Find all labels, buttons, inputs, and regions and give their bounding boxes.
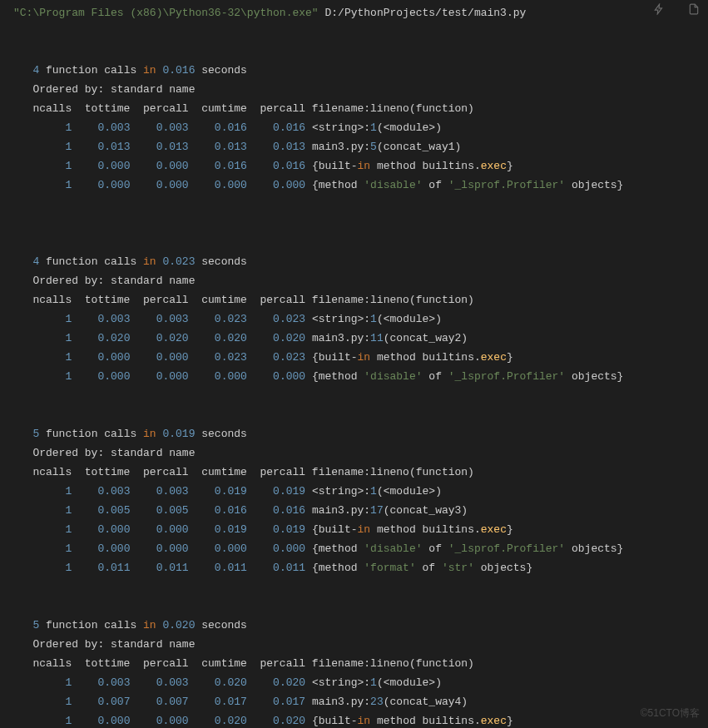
percall2-value: 0.013 bbox=[247, 141, 305, 153]
blank-line bbox=[0, 597, 708, 616]
ncalls-value: 1 bbox=[13, 523, 72, 536]
ncalls-value: 1 bbox=[13, 542, 72, 555]
blank-line bbox=[0, 386, 708, 405]
lineno-value: 1 bbox=[370, 485, 377, 498]
profile-row: 1 0.003 0.003 0.023 0.023 <string>:1(<mo… bbox=[0, 310, 708, 329]
seconds-text: seconds bbox=[195, 428, 246, 440]
total-time: 0.023 bbox=[156, 255, 196, 268]
cumtime-value: 0.011 bbox=[189, 562, 247, 574]
cumtime-value: 0.013 bbox=[189, 141, 247, 153]
summary-line: 4 function calls in 0.016 seconds bbox=[0, 61, 708, 80]
tottime-value: 0.011 bbox=[72, 562, 130, 574]
in-keyword: in bbox=[143, 428, 156, 440]
percall1-value: 0.000 bbox=[130, 370, 188, 383]
profile-row: 1 0.000 0.000 0.016 0.016 {built-in meth… bbox=[0, 156, 708, 176]
profile-row: 1 0.003 0.003 0.016 0.016 <string>:1(<mo… bbox=[0, 118, 708, 137]
summary-line: 5 function calls in 0.020 seconds bbox=[0, 616, 708, 635]
percall1-value: 0.007 bbox=[130, 696, 188, 708]
ncalls-value: 1 bbox=[13, 504, 72, 517]
percall1-value: 0.000 bbox=[130, 179, 188, 191]
blank-line bbox=[0, 195, 708, 214]
exec-keyword: exec bbox=[481, 523, 507, 536]
summary-text: function calls bbox=[39, 428, 143, 440]
profile-row: 1 0.000 0.000 0.000 0.000 {method 'disab… bbox=[0, 176, 708, 195]
class-name: '_lsprof.Profiler' bbox=[448, 179, 565, 191]
lineno-value: 11 bbox=[370, 332, 384, 344]
percall2-value: 0.020 bbox=[247, 676, 305, 689]
cumtime-value: 0.020 bbox=[189, 676, 247, 689]
cumtime-value: 0.016 bbox=[189, 121, 247, 134]
profile-row: 1 0.000 0.000 0.019 0.019 {built-in meth… bbox=[0, 520, 708, 539]
cumtime-value: 0.000 bbox=[189, 179, 247, 191]
ncalls-value: 1 bbox=[13, 696, 72, 708]
cumtime-value: 0.016 bbox=[189, 504, 247, 517]
method-name: 'disable' bbox=[364, 542, 422, 555]
profile-row: 1 0.005 0.005 0.016 0.016 main3.py:17(co… bbox=[0, 501, 708, 520]
profile-row: 1 0.000 0.000 0.020 0.020 {built-in meth… bbox=[0, 711, 708, 728]
tottime-value: 0.000 bbox=[72, 715, 130, 727]
cumtime-value: 0.023 bbox=[189, 351, 247, 364]
percall2-value: 0.020 bbox=[247, 715, 305, 727]
blank-line bbox=[0, 405, 708, 424]
ncalls-value: 1 bbox=[13, 160, 72, 172]
ordered-by-line: Ordered by: standard name bbox=[0, 271, 708, 290]
percall2-value: 0.020 bbox=[247, 332, 305, 344]
console-toolbar bbox=[653, 3, 700, 15]
percall1-value: 0.005 bbox=[130, 504, 188, 517]
tottime-value: 0.000 bbox=[72, 351, 130, 364]
percall1-value: 0.000 bbox=[130, 523, 188, 536]
in-keyword: in bbox=[358, 160, 371, 172]
ordered-by-line: Ordered by: standard name bbox=[0, 80, 708, 99]
in-keyword: in bbox=[358, 351, 371, 364]
ordered-by-line: Ordered by: standard name bbox=[0, 635, 708, 654]
percall2-value: 0.016 bbox=[247, 160, 305, 172]
tottime-value: 0.003 bbox=[72, 313, 130, 325]
percall2-value: 0.000 bbox=[247, 542, 305, 555]
tottime-value: 0.013 bbox=[72, 141, 130, 153]
percall1-value: 0.003 bbox=[130, 121, 188, 134]
percall2-value: 0.011 bbox=[247, 562, 305, 574]
percall2-value: 0.019 bbox=[247, 523, 305, 536]
tottime-value: 0.005 bbox=[72, 504, 130, 517]
seconds-text: seconds bbox=[195, 619, 246, 631]
in-keyword: in bbox=[358, 715, 371, 727]
percall2-value: 0.000 bbox=[247, 179, 305, 191]
percall1-value: 0.020 bbox=[130, 332, 188, 344]
percall1-value: 0.000 bbox=[130, 160, 188, 172]
lineno-value: 1 bbox=[370, 313, 377, 325]
python-exe-path: "C:\Program Files (x86)\Python36-32\pyth… bbox=[13, 7, 319, 19]
tottime-value: 0.007 bbox=[72, 696, 130, 708]
in-keyword: in bbox=[143, 255, 156, 268]
blank-line bbox=[0, 42, 708, 61]
in-keyword: in bbox=[143, 64, 156, 77]
profile-row: 1 0.003 0.003 0.020 0.020 <string>:1(<mo… bbox=[0, 673, 708, 692]
percall1-value: 0.013 bbox=[130, 141, 188, 153]
ncalls-value: 1 bbox=[13, 370, 72, 383]
profile-row: 1 0.000 0.000 0.023 0.023 {built-in meth… bbox=[0, 348, 708, 367]
ncalls-value: 1 bbox=[13, 332, 72, 344]
blank-line bbox=[0, 577, 708, 597]
file-icon[interactable] bbox=[688, 3, 700, 15]
lineno-value: 1 bbox=[370, 676, 377, 689]
cumtime-value: 0.000 bbox=[189, 542, 247, 555]
profile-row: 1 0.011 0.011 0.011 0.011 {method 'forma… bbox=[0, 558, 708, 577]
exec-keyword: exec bbox=[481, 351, 507, 364]
tottime-value: 0.020 bbox=[72, 332, 130, 344]
ncalls-value: 1 bbox=[13, 485, 72, 498]
lineno-value: 1 bbox=[370, 121, 377, 134]
blank-line bbox=[0, 22, 708, 42]
watermark-label: ©51CTO博客 bbox=[641, 704, 700, 723]
columns-header: ncalls tottime percall cumtime percall f… bbox=[0, 99, 708, 118]
total-time: 0.016 bbox=[156, 64, 196, 77]
bolt-icon[interactable] bbox=[653, 3, 665, 15]
lineno-value: 5 bbox=[370, 141, 377, 153]
percall2-value: 0.016 bbox=[247, 121, 305, 134]
summary-line: 5 function calls in 0.019 seconds bbox=[0, 424, 708, 443]
percall1-value: 0.011 bbox=[130, 562, 188, 574]
percall2-value: 0.023 bbox=[247, 351, 305, 364]
summary-text: function calls bbox=[39, 255, 143, 268]
ncalls-value: 1 bbox=[13, 141, 72, 153]
ncalls-value: 1 bbox=[13, 562, 72, 574]
blank-line bbox=[0, 233, 708, 252]
function-name: concat_way3 bbox=[390, 504, 462, 517]
